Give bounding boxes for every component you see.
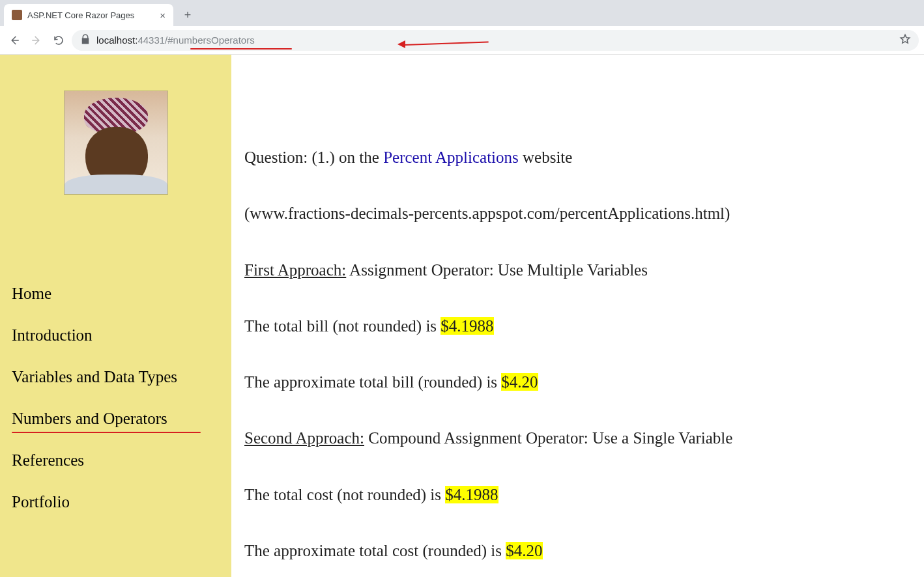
bookmark-star-icon[interactable] bbox=[899, 33, 911, 47]
percent-applications-link[interactable]: Percent Applications bbox=[383, 148, 519, 166]
forward-button[interactable] bbox=[27, 31, 46, 49]
new-tab-button[interactable]: + bbox=[179, 6, 197, 24]
tab-strip: ASP.NET Core Razor Pages × + bbox=[0, 0, 924, 26]
close-icon[interactable]: × bbox=[160, 10, 166, 20]
sidebar-item-introduction[interactable]: Introduction bbox=[12, 315, 220, 356]
bill-rounded-prefix: The approximate total bill (rounded) is bbox=[244, 373, 501, 391]
question-url-line: (www.fractions-decimals-percents.appspot… bbox=[244, 202, 924, 225]
url-port: 44331 bbox=[137, 35, 165, 46]
annotation-arrow bbox=[397, 43, 489, 56]
back-button[interactable] bbox=[5, 31, 23, 49]
sidebar-item-portfolio[interactable]: Portfolio bbox=[12, 481, 220, 523]
sidebar-item-references[interactable]: References bbox=[12, 440, 220, 481]
second-approach-rest: Compound Assignment Operator: Use a Sing… bbox=[364, 429, 732, 447]
url-text: localhost:44331/#numbersOperators bbox=[96, 35, 255, 46]
second-approach-line: Second Approach: Compound Assignment Ope… bbox=[244, 427, 924, 450]
bill-not-rounded-value: $4.1988 bbox=[440, 317, 493, 335]
bill-rounded-value: $4.20 bbox=[501, 373, 538, 391]
first-approach-rest: Assignment Operator: Use Multiple Variab… bbox=[346, 261, 648, 279]
annotation-underline bbox=[190, 48, 292, 49]
reload-icon bbox=[53, 35, 65, 46]
avatar-container bbox=[0, 55, 231, 214]
avatar bbox=[64, 91, 168, 195]
question-prefix: Question: (1.) on the bbox=[244, 148, 383, 166]
sidebar-item-variables[interactable]: Variables and Data Types bbox=[12, 356, 220, 398]
main-content: Question: (1.) on the Percent Applicatio… bbox=[231, 55, 924, 577]
first-approach-label: First Approach: bbox=[244, 261, 346, 279]
bill-not-rounded-line: The total bill (not rounded) is $4.1988 bbox=[244, 315, 924, 338]
lock-icon bbox=[79, 33, 91, 47]
arrow-left-icon bbox=[8, 35, 20, 46]
first-approach-line: First Approach: Assignment Operator: Use… bbox=[244, 259, 924, 282]
cost-rounded-prefix: The approximate total cost (rounded) is bbox=[244, 542, 506, 559]
sidebar-item-home[interactable]: Home bbox=[12, 273, 220, 315]
browser-toolbar: localhost:44331/#numbersOperators bbox=[0, 26, 924, 55]
question-line-1: Question: (1.) on the Percent Applicatio… bbox=[244, 146, 924, 169]
cost-rounded-line: The approximate total cost (rounded) is … bbox=[244, 539, 924, 563]
reload-button[interactable] bbox=[50, 31, 68, 49]
bill-rounded-line: The approximate total bill (rounded) is … bbox=[244, 371, 924, 394]
second-approach-label: Second Approach: bbox=[244, 429, 364, 447]
sidebar-nav: Home Introduction Variables and Data Typ… bbox=[0, 214, 231, 523]
page-body: Home Introduction Variables and Data Typ… bbox=[0, 55, 924, 577]
cost-not-rounded-prefix: The total cost (not rounded) is bbox=[244, 486, 445, 503]
browser-tab[interactable]: ASP.NET Core Razor Pages × bbox=[4, 4, 173, 26]
sidebar: Home Introduction Variables and Data Typ… bbox=[0, 55, 231, 577]
cost-rounded-value: $4.20 bbox=[506, 542, 542, 559]
url-host: localhost: bbox=[96, 35, 137, 46]
bill-not-rounded-prefix: The total bill (not rounded) is bbox=[244, 317, 440, 335]
sidebar-item-numbers-operators[interactable]: Numbers and Operators bbox=[12, 398, 220, 440]
favicon bbox=[12, 10, 22, 20]
question-suffix: website bbox=[519, 148, 573, 166]
arrow-right-icon bbox=[31, 35, 42, 46]
cost-not-rounded-line: The total cost (not rounded) is $4.1988 bbox=[244, 483, 924, 507]
address-bar[interactable]: localhost:44331/#numbersOperators bbox=[72, 30, 919, 51]
cost-not-rounded-value: $4.1988 bbox=[445, 486, 498, 503]
url-path: /#numbersOperators bbox=[165, 35, 255, 46]
browser-chrome: ASP.NET Core Razor Pages × + localhost:4… bbox=[0, 0, 924, 55]
tab-title: ASP.NET Core Razor Pages bbox=[27, 10, 154, 20]
